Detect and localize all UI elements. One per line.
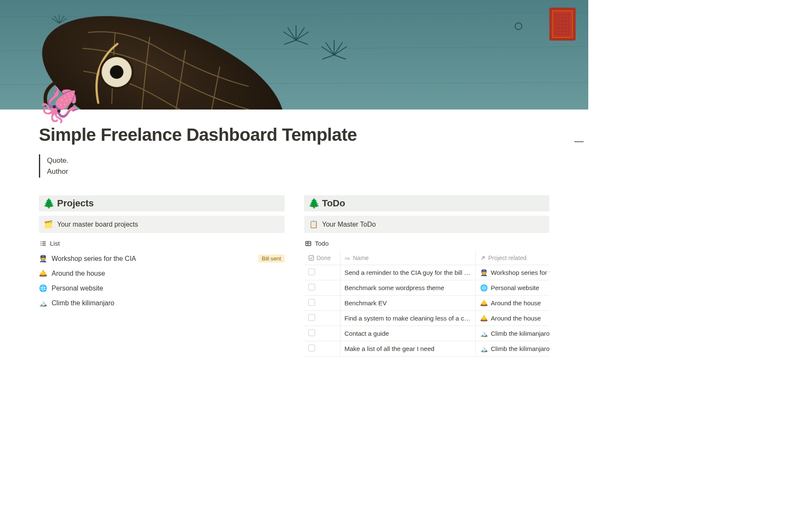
project-link[interactable]: Personal website xyxy=(491,284,539,291)
page-icon[interactable]: 🦑 xyxy=(39,88,77,122)
todo-heading[interactable]: 🌲ToDo xyxy=(304,195,550,211)
projects-callout[interactable]: 🗂️ Your master board projects xyxy=(39,216,285,233)
table-row[interactable]: Send a reminder to the CIA guy for the b… xyxy=(304,265,550,280)
bell-icon: 🛎️ xyxy=(480,315,488,322)
table-row[interactable]: Benchmark some wordpress theme 🌐Personal… xyxy=(304,280,550,296)
mountain-icon: 🏔️ xyxy=(480,345,488,353)
card-box-icon: 🗂️ xyxy=(44,220,53,229)
svg-point-13 xyxy=(41,245,41,246)
project-link[interactable]: Around the house xyxy=(491,315,541,322)
todo-column: 🌲ToDo 📋 Your Master ToDo Todo xyxy=(304,195,550,356)
projects-list: 👮 Workshop series for the CIA Bill sent … xyxy=(39,251,285,309)
column-header-done[interactable]: Done xyxy=(304,251,340,265)
tree-icon: 🌲 xyxy=(43,198,55,208)
todo-table: Done Aa Name xyxy=(304,251,550,356)
projects-view-label: List xyxy=(50,240,60,247)
project-link[interactable]: Climb the kilimanjaro xyxy=(491,345,550,352)
project-name: Workshop series for the CIA xyxy=(52,255,136,263)
project-name: Around the house xyxy=(52,270,105,277)
mountain-icon: 🏔️ xyxy=(39,299,47,307)
relation-column-icon xyxy=(480,255,486,261)
svg-point-9 xyxy=(41,241,41,242)
checkbox-column-icon xyxy=(308,255,314,261)
todo-name-cell[interactable]: Benchmark some wordpress theme xyxy=(340,280,475,296)
column-label: Name xyxy=(353,255,369,261)
page-title[interactable]: Simple Freelance Dashboard Template xyxy=(39,125,549,145)
list-item[interactable]: 🛎️ Around the house xyxy=(39,268,285,279)
police-icon: 👮 xyxy=(480,269,488,277)
project-link[interactable]: Around the house xyxy=(491,299,541,307)
clipboard-icon: 📋 xyxy=(309,220,318,229)
collapse-dash-icon[interactable]: — xyxy=(574,136,584,147)
list-item[interactable]: 👮 Workshop series for the CIA Bill sent xyxy=(39,253,285,264)
svg-rect-15 xyxy=(306,241,311,246)
cover-illustration xyxy=(0,0,588,110)
checkbox[interactable] xyxy=(308,329,315,336)
table-row[interactable]: Contact a guide 🏔️Climb the kilimanjaro xyxy=(304,326,550,341)
quote-block[interactable]: Quote. Author xyxy=(39,154,549,178)
todo-heading-text: ToDo xyxy=(322,198,346,208)
text-column-icon: Aa xyxy=(345,255,351,261)
project-name: Personal website xyxy=(52,285,103,292)
column-label: Done xyxy=(317,255,331,261)
todo-name-cell[interactable]: Benchmark EV xyxy=(340,296,475,311)
project-link[interactable]: Workshop series for the xyxy=(491,269,550,276)
bell-icon: 🛎️ xyxy=(480,299,488,307)
table-row[interactable]: Benchmark EV 🛎️Around the house xyxy=(304,296,550,311)
bell-icon: 🛎️ xyxy=(39,269,47,277)
status-tag: Bill sent xyxy=(258,255,285,263)
table-view-icon xyxy=(305,240,312,247)
column-label: Project related xyxy=(488,255,527,261)
projects-view-tab[interactable]: List xyxy=(39,237,285,251)
column-header-project[interactable]: Project related xyxy=(475,251,549,265)
globe-icon: 🌐 xyxy=(480,284,488,292)
list-item[interactable]: 🏔️ Climb the kilimanjaro xyxy=(39,297,285,309)
quote-author: Author xyxy=(47,166,549,177)
todo-name-cell[interactable]: Send a reminder to the CIA guy for the b… xyxy=(340,265,475,280)
table-row[interactable]: Make a list of all the gear I need 🏔️Cli… xyxy=(304,341,550,356)
svg-rect-18 xyxy=(309,256,313,260)
seal-stamp xyxy=(549,8,576,41)
checkbox[interactable] xyxy=(308,299,315,306)
cover-image xyxy=(0,0,588,110)
column-header-name[interactable]: Aa Name xyxy=(340,251,475,265)
projects-heading-text: Projects xyxy=(57,198,94,208)
todo-view-tab[interactable]: Todo xyxy=(304,237,550,251)
svg-text:Aa: Aa xyxy=(345,256,350,260)
table-row[interactable]: Find a system to make cleaning less of a… xyxy=(304,311,550,326)
checkbox[interactable] xyxy=(308,284,315,290)
quote-text: Quote. xyxy=(47,155,549,166)
todo-name-cell[interactable]: Make a list of all the gear I need xyxy=(340,341,475,356)
todo-callout-text: Your Master ToDo xyxy=(322,221,376,228)
todo-name-cell[interactable]: Find a system to make cleaning less of a… xyxy=(340,311,475,326)
police-icon: 👮 xyxy=(39,255,47,263)
mountain-icon: 🏔️ xyxy=(480,330,488,337)
checkbox[interactable] xyxy=(308,314,315,321)
checkbox[interactable] xyxy=(308,269,315,275)
globe-icon: 🌐 xyxy=(39,284,47,292)
project-link[interactable]: Climb the kilimanjaro xyxy=(491,330,550,337)
list-view-icon xyxy=(40,240,47,247)
projects-callout-text: Your master board projects xyxy=(57,221,138,228)
todo-callout[interactable]: 📋 Your Master ToDo xyxy=(304,216,550,233)
projects-heading[interactable]: 🌲Projects xyxy=(39,195,285,211)
tree-icon: 🌲 xyxy=(308,198,320,208)
checkbox[interactable] xyxy=(308,345,315,351)
svg-point-11 xyxy=(41,243,41,244)
todo-view-label: Todo xyxy=(315,240,329,247)
todo-name-cell[interactable]: Contact a guide xyxy=(340,326,475,341)
list-item[interactable]: 🌐 Personal website xyxy=(39,282,285,294)
project-name: Climb the kilimanjaro xyxy=(52,299,115,307)
projects-column: 🌲Projects 🗂️ Your master board projects … xyxy=(39,195,285,356)
